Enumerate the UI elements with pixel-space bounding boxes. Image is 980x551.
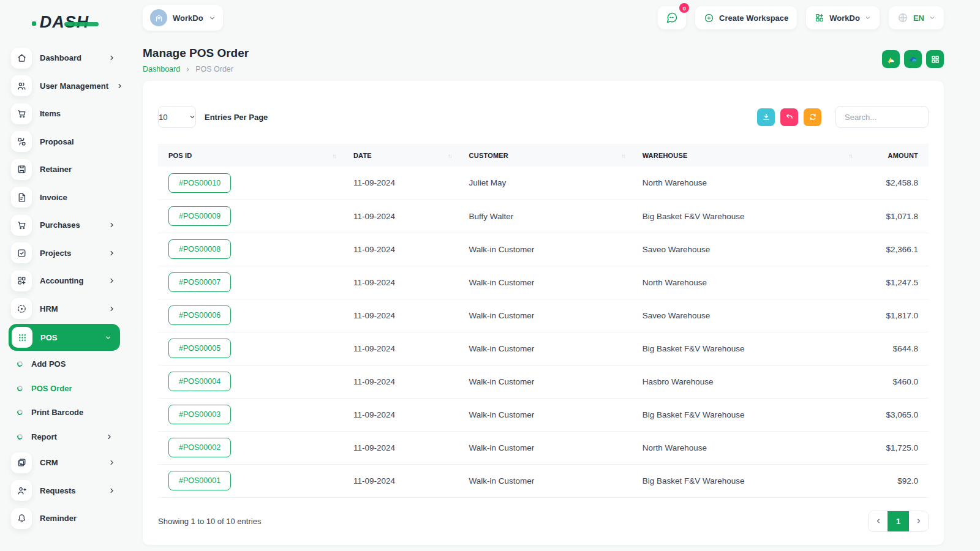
order-customer: Walk-in Customer: [459, 299, 632, 332]
create-workspace-button[interactable]: Create Workspace: [695, 6, 797, 29]
bullet-icon: [17, 361, 23, 367]
grid-small-icon: [815, 13, 824, 23]
google-drive-icon: [886, 54, 896, 64]
messages-button[interactable]: 0: [658, 6, 686, 29]
pos-id-button[interactable]: #POS00008: [168, 239, 231, 259]
chevron-right-icon: [916, 518, 922, 524]
chevron-right-icon: [106, 433, 113, 440]
focus-icon: [11, 298, 32, 319]
pos-id-button[interactable]: #POS00004: [168, 372, 231, 391]
sidebar-item-user-management[interactable]: User Management: [9, 72, 120, 100]
sidebar-subitem-report[interactable]: Report: [9, 425, 120, 449]
order-date: 11-09-2024: [343, 431, 459, 464]
entries-value: 10: [159, 113, 167, 122]
table-row: #POS00006 11-09-2024 Walk-in Customer Sa…: [158, 299, 929, 332]
table-row: #POS00008 11-09-2024 Walk-in Customer Sa…: [158, 233, 929, 266]
sidebar-item-pos[interactable]: POS: [9, 324, 120, 351]
current-page[interactable]: 1: [888, 511, 909, 531]
sidebar-item-crm[interactable]: CRM: [9, 449, 120, 477]
order-date: 11-09-2024: [343, 167, 459, 200]
order-warehouse: Big Basket F&V Warehouse: [632, 200, 859, 233]
order-amount: $3,065.0: [859, 398, 929, 431]
bullet-icon: [17, 433, 23, 440]
pos-id-button[interactable]: #POS00002: [168, 438, 231, 457]
sidebar-item-requests[interactable]: Requests: [9, 477, 120, 505]
search-input[interactable]: [835, 106, 929, 128]
next-page-button[interactable]: [909, 511, 928, 531]
chevron-down-icon: [189, 114, 195, 120]
column-header-warehouse[interactable]: WAREHOUSE↑↓: [632, 144, 859, 167]
column-header-date[interactable]: DATE↑↓: [343, 144, 459, 167]
onedrive-button[interactable]: [904, 50, 922, 68]
order-customer: Walk-in Customer: [459, 365, 632, 398]
pos-id-button[interactable]: #POS00001: [168, 471, 231, 490]
sidebar-item-hrm[interactable]: HRM: [9, 295, 120, 323]
pos-id-button[interactable]: #POS00005: [168, 339, 231, 358]
workspace-switcher[interactable]: WorkDo: [143, 5, 223, 31]
users-icon: [11, 75, 32, 96]
pos-order-card: 10 Entries Per Page POS: [143, 81, 944, 545]
chevron-down-icon: [105, 334, 111, 341]
sidebar-item-retainer[interactable]: Retainer: [9, 156, 120, 184]
breadcrumb-dashboard-link[interactable]: Dashboard: [143, 65, 180, 73]
pos-id-button[interactable]: #POS00007: [168, 272, 231, 292]
save-icon: [11, 159, 32, 180]
order-customer: Walk-in Customer: [459, 332, 632, 365]
sidebar-subitem-print-barcode[interactable]: Print Barcode: [9, 400, 120, 425]
table-row: #POS00010 11-09-2024 Juliet May North Wa…: [158, 167, 929, 200]
export-button[interactable]: [757, 108, 775, 126]
order-warehouse: Big Basket F&V Warehouse: [632, 332, 859, 365]
sidebar-item-projects[interactable]: Projects: [9, 239, 120, 268]
google-drive-button[interactable]: [882, 50, 900, 68]
sidebar-item-dashboard[interactable]: Dashboard: [9, 44, 120, 72]
order-amount: $1,247.5: [859, 266, 929, 299]
main-content: Manage POS Order Dashboard POS Order: [129, 36, 980, 551]
table-row: #POS00004 11-09-2024 Walk-in Customer Ha…: [158, 365, 929, 398]
sidebar-item-purchases[interactable]: Purchases: [9, 211, 120, 239]
bell-icon: [11, 508, 32, 529]
pos-id-button[interactable]: #POS00009: [168, 206, 231, 226]
sidebar-item-accounting[interactable]: Accounting: [9, 267, 120, 295]
order-warehouse: North Warehouse: [632, 167, 859, 200]
chevron-right-icon: [108, 487, 115, 494]
app-logo[interactable]: DASH: [40, 13, 89, 32]
workdo-menu-button[interactable]: WorkDo: [806, 6, 880, 29]
chevron-down-icon: [209, 15, 216, 21]
workdo-menu-label: WorkDo: [829, 13, 860, 23]
apps-grid-button[interactable]: [926, 50, 944, 68]
order-customer: Walk-in Customer: [459, 431, 632, 464]
user-plus-icon: [11, 480, 32, 501]
sidebar-item-invoice[interactable]: Invoice: [9, 184, 120, 212]
order-amount: $92.0: [859, 464, 929, 497]
sidebar-item-proposal[interactable]: Proposal: [9, 128, 120, 156]
previous-page-button[interactable]: [869, 511, 888, 531]
entries-per-page-select[interactable]: 10: [158, 106, 196, 128]
sidebar-subitem-pos-order[interactable]: POS Order: [9, 377, 120, 401]
sidebar-subitem-add-pos[interactable]: Add POS: [9, 352, 120, 377]
entries-per-page-label: Entries Per Page: [205, 113, 268, 122]
order-date: 11-09-2024: [343, 332, 459, 365]
topbar: WorkDo 0 Create Workspace WorkDo: [129, 0, 980, 36]
sort-icon: ↑↓: [332, 152, 336, 159]
order-warehouse: Big Basket F&V Warehouse: [632, 398, 859, 431]
reset-button[interactable]: [780, 108, 798, 126]
order-warehouse: Big Basket F&V Warehouse: [632, 464, 859, 497]
pos-id-button[interactable]: #POS00006: [168, 305, 231, 325]
column-header-customer[interactable]: CUSTOMER↑↓: [459, 144, 632, 167]
check-square-icon: [11, 242, 32, 263]
sidebar-item-items[interactable]: Items: [9, 100, 120, 128]
order-customer: Walk-in Customer: [459, 464, 632, 497]
refresh-button[interactable]: [804, 108, 821, 126]
messages-badge: 0: [679, 3, 689, 13]
table-header-row: POS ID↑↓ DATE↑↓ CUSTOMER↑↓ WAREHOUSE↑↓ A…: [158, 144, 929, 167]
pos-id-button[interactable]: #POS00010: [168, 173, 231, 193]
column-header-pos-id[interactable]: POS ID↑↓: [158, 144, 343, 167]
order-amount: $1,725.0: [859, 431, 929, 464]
sidebar-item-reminder[interactable]: Reminder: [9, 504, 120, 533]
column-header-amount[interactable]: AMOUNT: [859, 144, 929, 167]
chevron-right-icon: [108, 277, 115, 284]
pos-id-button[interactable]: #POS00003: [168, 405, 231, 424]
chevron-right-icon: [108, 250, 115, 257]
language-selector[interactable]: EN: [889, 6, 944, 29]
create-workspace-label: Create Workspace: [719, 13, 788, 23]
